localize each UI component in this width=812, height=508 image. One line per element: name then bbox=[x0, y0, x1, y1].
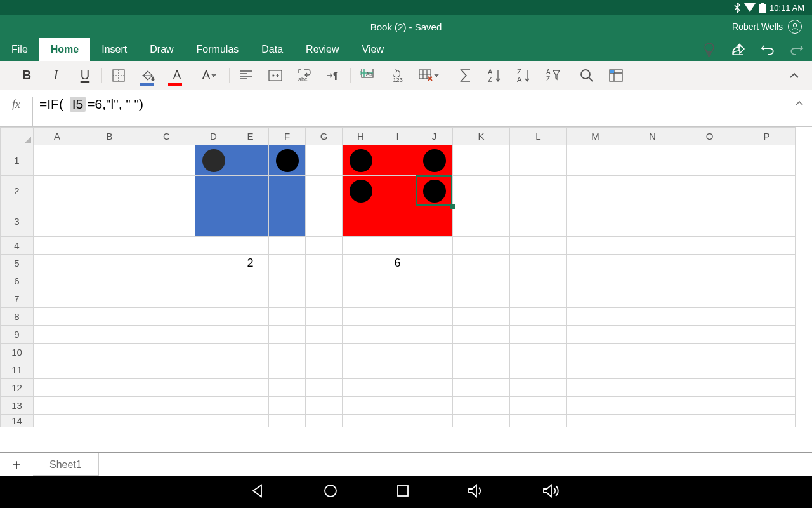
row-header-1[interactable]: 1 bbox=[1, 145, 34, 176]
cell-P4[interactable] bbox=[738, 237, 796, 255]
cell-K6[interactable] bbox=[453, 272, 510, 290]
cell-D7[interactable] bbox=[195, 290, 232, 308]
cell-A6[interactable] bbox=[34, 272, 81, 290]
cell-I14[interactable] bbox=[379, 415, 416, 427]
cell-N3[interactable] bbox=[624, 206, 681, 237]
cell-D2[interactable] bbox=[195, 176, 232, 206]
cell-M4[interactable] bbox=[567, 237, 624, 255]
cell-H5[interactable] bbox=[343, 255, 379, 272]
tab-formulas[interactable]: Formulas bbox=[185, 38, 251, 61]
cell-C14[interactable] bbox=[138, 415, 195, 427]
cell-H8[interactable] bbox=[343, 308, 379, 326]
recents-button[interactable] bbox=[396, 485, 409, 500]
cell-N10[interactable] bbox=[624, 344, 681, 361]
cell-J4[interactable] bbox=[416, 237, 453, 255]
cell-I8[interactable] bbox=[379, 308, 416, 326]
cell-D8[interactable] bbox=[195, 308, 232, 326]
user-avatar-icon[interactable] bbox=[788, 20, 802, 34]
cell-L9[interactable] bbox=[510, 326, 567, 344]
cell-G7[interactable] bbox=[306, 290, 343, 308]
formula-input[interactable]: =IF( I5 =6,"l", " ") bbox=[33, 97, 787, 112]
lightbulb-icon[interactable] bbox=[702, 42, 717, 57]
cell-P6[interactable] bbox=[738, 272, 796, 290]
cell-D6[interactable] bbox=[195, 272, 232, 290]
sort-desc-button[interactable]: ZA bbox=[516, 68, 532, 83]
row-header-12[interactable]: 12 bbox=[1, 379, 34, 397]
cell-N8[interactable] bbox=[624, 308, 681, 326]
freeze-panes-button[interactable] bbox=[608, 68, 624, 83]
cell-B7[interactable] bbox=[81, 290, 138, 308]
cell-I6[interactable] bbox=[379, 272, 416, 290]
cell-D5[interactable] bbox=[195, 255, 232, 272]
cell-N1[interactable] bbox=[624, 145, 681, 176]
cell-I12[interactable] bbox=[379, 379, 416, 397]
select-all-corner[interactable] bbox=[1, 128, 34, 145]
cell-G4[interactable] bbox=[306, 237, 343, 255]
cell-K7[interactable] bbox=[453, 290, 510, 308]
redo-icon[interactable] bbox=[789, 42, 804, 57]
cell-I7[interactable] bbox=[379, 290, 416, 308]
cell-E11[interactable] bbox=[232, 361, 269, 379]
cell-N11[interactable] bbox=[624, 361, 681, 379]
share-icon[interactable] bbox=[731, 42, 746, 57]
cell-M3[interactable] bbox=[567, 206, 624, 237]
cell-D13[interactable] bbox=[195, 397, 232, 415]
cell-H6[interactable] bbox=[343, 272, 379, 290]
cell-F6[interactable] bbox=[269, 272, 306, 290]
cell-H4[interactable] bbox=[343, 237, 379, 255]
cell-K4[interactable] bbox=[453, 237, 510, 255]
volume-up-button[interactable] bbox=[542, 484, 561, 500]
cell-F14[interactable] bbox=[269, 415, 306, 427]
cell-K2[interactable] bbox=[453, 176, 510, 206]
cell-E1[interactable] bbox=[232, 145, 269, 176]
align-left-button[interactable] bbox=[239, 68, 254, 83]
insert-delete-cells-button[interactable] bbox=[418, 68, 440, 83]
cell-F7[interactable] bbox=[269, 290, 306, 308]
cell-F9[interactable] bbox=[269, 326, 306, 344]
cell-O12[interactable] bbox=[681, 379, 738, 397]
cell-C3[interactable] bbox=[138, 206, 195, 237]
cell-L14[interactable] bbox=[510, 415, 567, 427]
cell-M9[interactable] bbox=[567, 326, 624, 344]
cell-H2[interactable] bbox=[343, 176, 379, 206]
row-header-13[interactable]: 13 bbox=[1, 397, 34, 415]
col-header-G[interactable]: G bbox=[306, 128, 343, 145]
font-color-button[interactable]: A bbox=[169, 68, 185, 83]
cell-B14[interactable] bbox=[81, 415, 138, 427]
cell-N14[interactable] bbox=[624, 415, 681, 427]
cell-P12[interactable] bbox=[738, 379, 796, 397]
cell-G1[interactable] bbox=[306, 145, 343, 176]
cell-H10[interactable] bbox=[343, 344, 379, 361]
cell-C2[interactable] bbox=[138, 176, 195, 206]
cell-M12[interactable] bbox=[567, 379, 624, 397]
col-header-D[interactable]: D bbox=[195, 128, 232, 145]
cell-C1[interactable] bbox=[138, 145, 195, 176]
cell-B13[interactable] bbox=[81, 397, 138, 415]
cell-P7[interactable] bbox=[738, 290, 796, 308]
cell-C4[interactable] bbox=[138, 237, 195, 255]
cell-K5[interactable] bbox=[453, 255, 510, 272]
cell-B1[interactable] bbox=[81, 145, 138, 176]
cell-P10[interactable] bbox=[738, 344, 796, 361]
row-header-6[interactable]: 6 bbox=[1, 272, 34, 290]
cell-C8[interactable] bbox=[138, 308, 195, 326]
cell-K10[interactable] bbox=[453, 344, 510, 361]
cell-A9[interactable] bbox=[34, 326, 81, 344]
selection-fill-handle[interactable] bbox=[450, 204, 455, 209]
cell-I13[interactable] bbox=[379, 397, 416, 415]
col-header-J[interactable]: J bbox=[416, 128, 453, 145]
fill-color-button[interactable] bbox=[140, 68, 155, 83]
cell-M7[interactable] bbox=[567, 290, 624, 308]
cell-I9[interactable] bbox=[379, 326, 416, 344]
cell-J13[interactable] bbox=[416, 397, 453, 415]
cell-A13[interactable] bbox=[34, 397, 81, 415]
cell-I11[interactable] bbox=[379, 361, 416, 379]
cell-H1[interactable] bbox=[343, 145, 379, 176]
cell-O6[interactable] bbox=[681, 272, 738, 290]
cell-A4[interactable] bbox=[34, 237, 81, 255]
cell-B11[interactable] bbox=[81, 361, 138, 379]
cell-J12[interactable] bbox=[416, 379, 453, 397]
cell-L10[interactable] bbox=[510, 344, 567, 361]
cell-E10[interactable] bbox=[232, 344, 269, 361]
cell-H7[interactable] bbox=[343, 290, 379, 308]
